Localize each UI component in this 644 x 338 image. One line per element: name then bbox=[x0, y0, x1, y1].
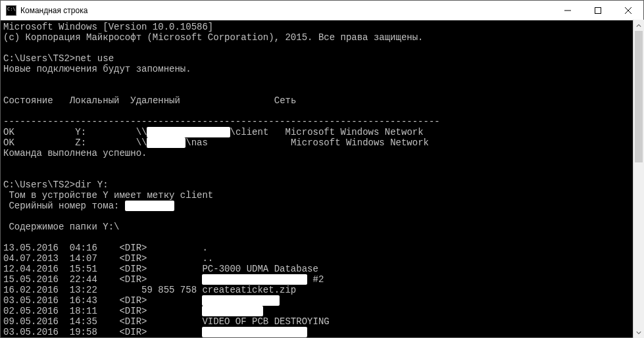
col-status: Состояние bbox=[3, 95, 53, 106]
dir-name-redacted: xxxxxxxxxxxxxxxxxxx bbox=[202, 327, 307, 337]
command-netuse: net use bbox=[75, 53, 114, 64]
separator: ----------------------------------------… bbox=[3, 116, 440, 127]
row2-net: Microsoft Windows Network bbox=[291, 137, 429, 148]
titlebar[interactable]: C:\ Командная строка bbox=[1, 1, 643, 20]
dir-row: 03.05.2016 16:43 <DIR> bbox=[3, 295, 202, 306]
col-net: Сеть bbox=[274, 95, 297, 106]
row1-remote-prefix: \\ bbox=[136, 127, 147, 137]
row1-net: Microsoft Windows Network bbox=[285, 127, 424, 137]
cmd-window: C:\ Командная строка Microsoft Windows [… bbox=[0, 0, 644, 338]
terminal-output[interactable]: Microsoft Windows [Version 10.0.10586] (… bbox=[1, 20, 643, 337]
col-local: Локальный bbox=[70, 95, 120, 106]
close-button[interactable] bbox=[613, 1, 643, 20]
dir-row-suffix: #2 bbox=[307, 274, 324, 285]
line-volume: Том в устройстве Y имеет метку client bbox=[3, 190, 213, 201]
scroll-thumb[interactable] bbox=[635, 31, 643, 162]
command-dir: dir Y: bbox=[75, 180, 108, 190]
dir-row: 02.05.2016 18:11 <DIR> bbox=[3, 306, 202, 316]
line-contents: Содержимое папки Y:\ bbox=[3, 222, 119, 232]
row1-status: OK bbox=[3, 127, 14, 137]
dir-name-redacted: xxxxxxxxxxxxxxxxxxx bbox=[202, 274, 307, 285]
dir-row: 03.05.2016 19:58 <DIR> bbox=[3, 327, 202, 337]
line-copyright: (с) Корпорация Майкрософт (Microsoft Cor… bbox=[3, 32, 424, 43]
scroll-up-button[interactable] bbox=[633, 20, 644, 31]
row2-local: Z: bbox=[75, 137, 86, 148]
line-version: Microsoft Windows [Version 10.0.10586] bbox=[3, 22, 213, 32]
dir-name-redacted: xxxxxxxxxxxxxx bbox=[202, 295, 280, 306]
prompt: C:\Users\TS2> bbox=[3, 180, 75, 190]
window-title: Командная строка bbox=[20, 6, 87, 15]
dir-row: 04.07.2013 14:07 <DIR> .. bbox=[3, 253, 213, 264]
row2-remote-prefix: \\ bbox=[136, 137, 147, 148]
dir-row: 13.05.2016 04:16 <DIR> . bbox=[3, 243, 208, 253]
row1-host-redacted: xxx.xxx.xxx.xxx bbox=[147, 127, 230, 137]
dir-name-redacted: xxxxxxxxxxx bbox=[202, 306, 262, 316]
row1-remote-suffix: \client bbox=[230, 127, 269, 137]
row1-local: Y: bbox=[75, 127, 86, 137]
cmd-icon: C:\ bbox=[6, 5, 16, 16]
row2-host-redacted: xxxxxxx bbox=[147, 137, 186, 148]
line-cmddone: Команда выполнена успешно. bbox=[3, 148, 147, 158]
col-remote: Удаленный bbox=[130, 95, 180, 106]
serial-redacted: XXXX-XXXX bbox=[125, 201, 175, 211]
row2-status: OK bbox=[3, 137, 14, 148]
row2-remote-suffix: \nas bbox=[186, 137, 208, 148]
dir-row: 16.02.2016 13:22 59 855 758 createaticke… bbox=[3, 285, 296, 295]
maximize-button[interactable] bbox=[583, 1, 613, 20]
line-netnew: Новые подключения будут запомнены. bbox=[3, 64, 191, 74]
dir-row: 12.04.2016 15:51 <DIR> PC-3000 UDMA Data… bbox=[3, 264, 318, 274]
dir-row: 15.05.2016 22:44 <DIR> bbox=[3, 274, 202, 285]
dir-row: 09.05.2016 14:35 <DIR> VIDEO OF PCB DEST… bbox=[3, 316, 330, 327]
minimize-button[interactable] bbox=[553, 1, 583, 20]
line-serial-prefix: Серийный номер тома: bbox=[3, 201, 125, 211]
prompt: C:\Users\TS2> bbox=[3, 53, 75, 64]
scroll-down-button[interactable] bbox=[633, 327, 644, 338]
svg-rect-1 bbox=[595, 7, 601, 13]
vertical-scrollbar[interactable] bbox=[633, 20, 644, 338]
scroll-track[interactable] bbox=[633, 31, 644, 327]
